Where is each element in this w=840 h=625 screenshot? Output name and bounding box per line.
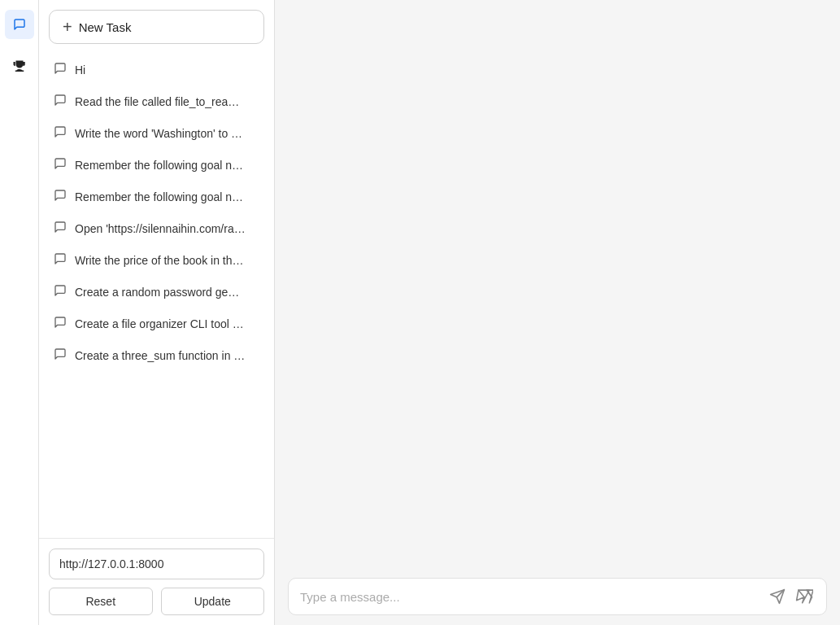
bottom-buttons: Reset Update: [49, 588, 264, 615]
svg-marker-5: [807, 590, 813, 603]
task-item[interactable]: Open 'https://silennaihin.com/ran...: [46, 212, 268, 244]
task-item-label: Create a three_sum function in a ...: [75, 349, 246, 362]
send-icon: [769, 588, 786, 605]
reset-button[interactable]: Reset: [49, 588, 153, 615]
task-item-label: Create a file organizer CLI tool in ...: [75, 317, 246, 330]
sidebar: + New Task Hi Read the file called file_…: [39, 0, 275, 625]
task-item-chat-icon: [54, 316, 67, 331]
task-item-label: Write the price of the book in this ...: [75, 254, 246, 267]
task-item-chat-icon: [54, 189, 67, 204]
task-item[interactable]: Write the word 'Washington' to a .t...: [46, 117, 268, 149]
task-item[interactable]: Create a file organizer CLI tool in ...: [46, 308, 268, 339]
task-item-label: Read the file called file_to_read.tx...: [75, 95, 246, 108]
task-item-label: Remember the following goal no ...: [75, 159, 246, 172]
main-content: [275, 0, 840, 568]
update-button[interactable]: Update: [161, 588, 265, 615]
task-item-label: Hi: [75, 63, 85, 76]
task-item[interactable]: Read the file called file_to_read.tx...: [46, 85, 268, 117]
trophy-nav-button[interactable]: [5, 52, 34, 81]
task-item-label: Write the word 'Washington' to a .t...: [75, 127, 246, 140]
task-item[interactable]: Remember the following goal no ...: [46, 149, 268, 181]
icon-bar: [0, 0, 39, 625]
task-item-chat-icon: [54, 221, 67, 236]
chat-nav-button[interactable]: [5, 10, 34, 39]
sidebar-top: + New Task: [39, 0, 274, 50]
task-item-chat-icon: [54, 94, 67, 109]
task-item-chat-icon: [54, 157, 67, 173]
chat-icon: [13, 18, 26, 31]
task-item-chat-icon: [54, 347, 67, 363]
svg-line-2: [799, 590, 804, 597]
task-item[interactable]: Write the price of the book in this ...: [46, 244, 268, 276]
trophy-icon: [12, 59, 27, 74]
task-item[interactable]: Create a three_sum function in a ...: [46, 339, 268, 371]
task-item-chat-icon: [54, 284, 67, 299]
main-area: [275, 0, 840, 625]
task-item-chat-icon: [54, 125, 67, 141]
message-bar: [275, 568, 840, 625]
task-item-chat-icon: [54, 252, 67, 268]
task-item-chat-icon: [54, 62, 67, 77]
message-input-wrapper: [288, 578, 827, 615]
new-task-button[interactable]: + New Task: [49, 10, 264, 44]
plus-icon: +: [63, 19, 72, 35]
task-item[interactable]: Remember the following goal no ...: [46, 181, 268, 212]
send-fast-button[interactable]: [794, 587, 815, 606]
task-list: Hi Read the file called file_to_read.tx.…: [39, 50, 274, 538]
sidebar-bottom: Reset Update: [39, 538, 274, 625]
send-fast-icon: [795, 588, 813, 605]
url-input[interactable]: [49, 549, 264, 579]
new-task-label: New Task: [79, 20, 132, 34]
task-item-label: Open 'https://silennaihin.com/ran...: [75, 222, 246, 235]
task-item-label: Remember the following goal no ...: [75, 190, 246, 203]
message-input[interactable]: [300, 590, 761, 604]
task-item[interactable]: Create a random password gener...: [46, 276, 268, 308]
task-item-label: Create a random password gener...: [75, 286, 246, 299]
send-button[interactable]: [768, 587, 787, 606]
task-item[interactable]: Hi: [46, 54, 268, 85]
